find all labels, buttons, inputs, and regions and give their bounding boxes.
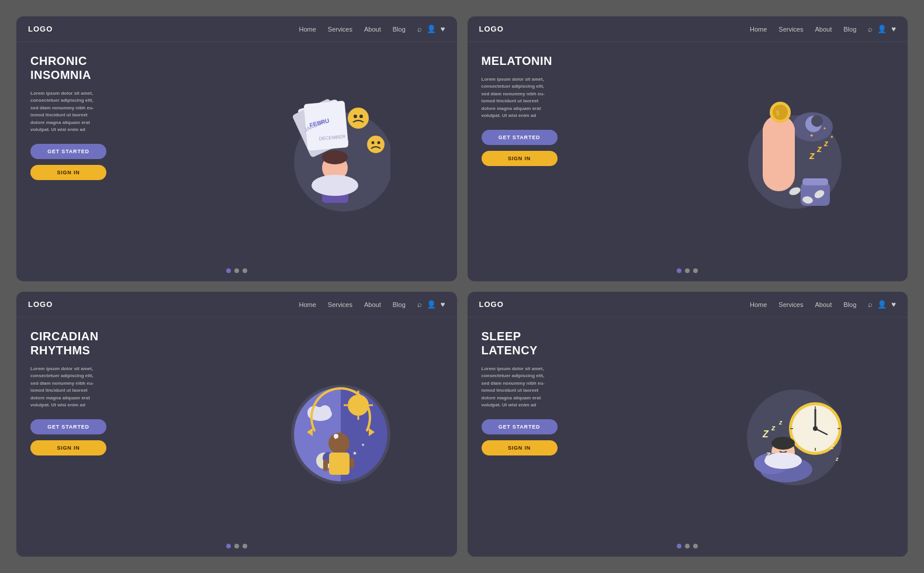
svg-text:✦: ✦	[823, 126, 826, 130]
logo-3: LOGO	[28, 300, 53, 309]
card-illustration-3: ★ ★ ?	[216, 329, 442, 527]
svg-point-11	[372, 141, 375, 144]
nav-blog-4[interactable]: Blog	[843, 301, 856, 308]
dot-2-2[interactable]	[685, 268, 690, 273]
nav-about-1[interactable]: About	[364, 26, 381, 33]
sign-in-btn-1[interactable]: SIGN IN	[30, 165, 106, 180]
card-content-4: SLEEPLATENCY Lorem ipsum dolor sit amet,…	[468, 317, 908, 539]
nav-about-3[interactable]: About	[364, 301, 381, 308]
nav-about-2[interactable]: About	[815, 26, 832, 33]
nav-home-4[interactable]: Home	[750, 301, 767, 308]
card-title-4: SLEEPLATENCY	[482, 329, 667, 357]
illustration-chronic-insomnia: FEBRU JANUARY DECEMBER	[268, 92, 390, 215]
svg-text:★: ★	[361, 443, 365, 447]
dot-3-1[interactable]	[226, 544, 231, 548]
pagination-3	[16, 539, 457, 557]
dot-4-3[interactable]	[693, 544, 698, 548]
search-icon-1[interactable]: ⌕	[417, 25, 422, 33]
nav-blog-2[interactable]: Blog	[843, 26, 856, 33]
nav-about-4[interactable]: About	[815, 301, 832, 308]
get-started-btn-3[interactable]: GET STARTED	[30, 419, 106, 434]
user-icon-4[interactable]: 👤	[877, 300, 887, 309]
card-sleep-latency: LOGO Home Services About Blog ⌕ 👤 ♥ SLEE…	[468, 292, 908, 557]
svg-rect-36	[802, 178, 828, 185]
card-illustration-4: Z z z Z Z z	[667, 329, 894, 527]
nav-blog-3[interactable]: Blog	[393, 301, 406, 308]
heart-icon-4[interactable]: ♥	[891, 300, 896, 309]
svg-point-72	[771, 437, 795, 450]
card-left-1: CHRONICINSOMNIA Lorem ipsum dolor sit am…	[30, 54, 216, 252]
card-left-2: MELATONIN Lorem ipsum dolor sit amet,con…	[482, 54, 667, 252]
dot-4-2[interactable]	[685, 544, 690, 548]
sign-in-btn-2[interactable]: SIGN IN	[482, 151, 558, 166]
illustration-sleep-latency: Z z z Z Z z	[719, 367, 842, 490]
card-left-3: CIRCADIANRHYTHMS Lorem ipsum dolor sit a…	[30, 329, 216, 527]
dot-2-3[interactable]	[693, 268, 698, 273]
sign-in-btn-4[interactable]: SIGN IN	[482, 440, 558, 455]
pagination-2	[468, 264, 908, 281]
get-started-btn-4[interactable]: GET STARTED	[482, 419, 558, 434]
nav-services-1[interactable]: Services	[328, 26, 352, 33]
user-icon-3[interactable]: 👤	[427, 300, 436, 309]
svg-point-17	[322, 150, 348, 164]
svg-rect-60	[349, 458, 354, 468]
dot-1-3[interactable]	[243, 268, 247, 273]
nav-home-2[interactable]: Home	[750, 26, 767, 33]
svg-point-12	[378, 141, 380, 144]
pagination-1	[16, 264, 457, 281]
navbar-2: LOGO Home Services About Blog ⌕ 👤 ♥	[468, 16, 908, 42]
nav-home-3[interactable]: Home	[299, 301, 316, 308]
svg-text:z: z	[778, 419, 783, 426]
heart-icon-3[interactable]: ♥	[441, 300, 445, 309]
svg-point-81	[764, 453, 802, 469]
dot-3-3[interactable]	[243, 544, 247, 548]
nav-links-2: Home Services About Blog	[750, 26, 856, 33]
svg-text:z: z	[771, 423, 776, 432]
user-icon-2[interactable]: 👤	[877, 25, 887, 33]
get-started-btn-2[interactable]: GET STARTED	[482, 130, 558, 145]
svg-text:Z: Z	[762, 429, 769, 439]
svg-text:Z: Z	[829, 443, 835, 450]
get-started-btn-1[interactable]: GET STARTED	[30, 144, 106, 159]
card-circadian-rhythms: LOGO Home Services About Blog ⌕ 👤 ♥ CIRC…	[16, 292, 457, 557]
card-illustration-2: ✦ ✦ ✦ z z z $	[667, 54, 894, 252]
card-content-1: CHRONICINSOMNIA Lorem ipsum dolor sit am…	[16, 42, 457, 264]
svg-point-33	[773, 105, 788, 120]
main-grid: LOGO Home Services About Blog ⌕ 👤 ♥ CHRO…	[0, 0, 924, 573]
svg-point-55	[328, 433, 349, 454]
user-icon-1[interactable]: 👤	[427, 25, 436, 33]
navbar-3: LOGO Home Services About Blog ⌕ 👤 ♥	[16, 292, 457, 317]
search-icon-2[interactable]: ⌕	[868, 25, 873, 33]
heart-icon-1[interactable]: ♥	[441, 25, 445, 33]
card-title-3: CIRCADIANRHYTHMS	[30, 329, 216, 357]
nav-services-2[interactable]: Services	[778, 26, 803, 33]
svg-point-15	[312, 175, 358, 196]
heart-icon-2[interactable]: ♥	[891, 25, 896, 33]
svg-point-41	[348, 395, 369, 416]
dot-3-2[interactable]	[234, 544, 239, 548]
card-left-4: SLEEPLATENCY Lorem ipsum dolor sit amet,…	[482, 329, 667, 527]
logo-4: LOGO	[479, 300, 504, 309]
nav-icons-4: ⌕ 👤 ♥	[868, 300, 896, 309]
dot-4-1[interactable]	[677, 544, 681, 548]
nav-icons-3: ⌕ 👤 ♥	[417, 300, 445, 309]
dot-2-1[interactable]	[677, 268, 681, 273]
svg-rect-57	[329, 453, 349, 475]
card-body-2: Lorem ipsum dolor sit amet,consectetuer …	[482, 76, 667, 119]
card-illustration-1: FEBRU JANUARY DECEMBER	[216, 54, 442, 252]
svg-text:$: $	[776, 110, 780, 116]
sign-in-btn-3[interactable]: SIGN IN	[30, 440, 106, 455]
dot-1-1[interactable]	[226, 268, 231, 273]
navbar-1: LOGO Home Services About Blog ⌕ 👤 ♥	[16, 16, 457, 42]
search-icon-3[interactable]: ⌕	[417, 300, 422, 309]
nav-blog-1[interactable]: Blog	[393, 26, 406, 33]
nav-services-3[interactable]: Services	[328, 301, 352, 308]
dot-1-2[interactable]	[234, 268, 239, 273]
navbar-4: LOGO Home Services About Blog ⌕ 👤 ♥	[468, 292, 908, 317]
svg-text:★: ★	[352, 450, 357, 456]
nav-links-1: Home Services About Blog	[299, 26, 405, 33]
card-chronic-insomnia: LOGO Home Services About Blog ⌕ 👤 ♥ CHRO…	[16, 16, 457, 281]
nav-services-4[interactable]: Services	[778, 301, 803, 308]
search-icon-4[interactable]: ⌕	[868, 300, 873, 309]
nav-home-1[interactable]: Home	[299, 26, 316, 33]
